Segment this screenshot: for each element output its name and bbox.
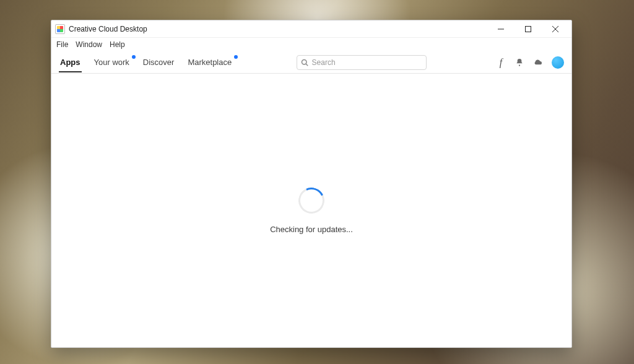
tab-label: Discover: [143, 58, 175, 67]
cloud-icon[interactable]: [533, 58, 543, 67]
app-window: Creative Cloud Desktop File Window Help: [51, 20, 572, 348]
tab-marketplace[interactable]: Marketplace: [186, 58, 233, 67]
minimize-button[interactable]: [487, 21, 515, 37]
maximize-icon: [525, 26, 531, 32]
tab-apps[interactable]: Apps: [59, 58, 82, 67]
window-controls: [487, 21, 569, 37]
svg-point-6: [519, 64, 520, 66]
svg-line-5: [306, 64, 308, 66]
bell-icon[interactable]: [515, 58, 524, 67]
svg-point-4: [302, 59, 306, 64]
search-wrap: [233, 55, 490, 70]
maximize-button[interactable]: [515, 21, 542, 37]
menu-file[interactable]: File: [56, 40, 68, 49]
notification-dot-icon: [132, 55, 136, 59]
tab-label: Your work: [94, 58, 129, 67]
status-text: Checking for updates...: [270, 225, 353, 234]
search-box[interactable]: [297, 55, 427, 70]
fonts-icon[interactable]: f: [496, 58, 506, 67]
close-button[interactable]: [542, 21, 569, 37]
tab-your-work[interactable]: Your work: [93, 58, 131, 67]
search-icon: [301, 59, 308, 66]
titlebar: Creative Cloud Desktop: [51, 20, 571, 38]
close-icon: [552, 26, 558, 32]
minimize-icon: [498, 26, 504, 32]
tab-label: Marketplace: [188, 58, 232, 67]
content-area: Checking for updates...: [51, 74, 571, 347]
avatar-icon[interactable]: [552, 56, 564, 69]
right-icons: f: [496, 56, 564, 69]
tab-discover[interactable]: Discover: [142, 58, 176, 67]
desktop-background: Creative Cloud Desktop File Window Help: [0, 0, 634, 364]
app-icon: [55, 24, 65, 34]
menu-help[interactable]: Help: [110, 40, 125, 49]
tab-label: Apps: [60, 58, 80, 67]
menu-window[interactable]: Window: [76, 40, 102, 49]
menubar: File Window Help: [51, 38, 571, 51]
toolbar: Apps Your work Discover Marketplace: [51, 51, 571, 74]
search-input[interactable]: [312, 58, 422, 67]
svg-rect-1: [526, 26, 531, 32]
window-title: Creative Cloud Desktop: [69, 25, 147, 33]
spinner-icon: [295, 184, 328, 217]
tabs: Apps Your work Discover Marketplace: [59, 51, 233, 73]
